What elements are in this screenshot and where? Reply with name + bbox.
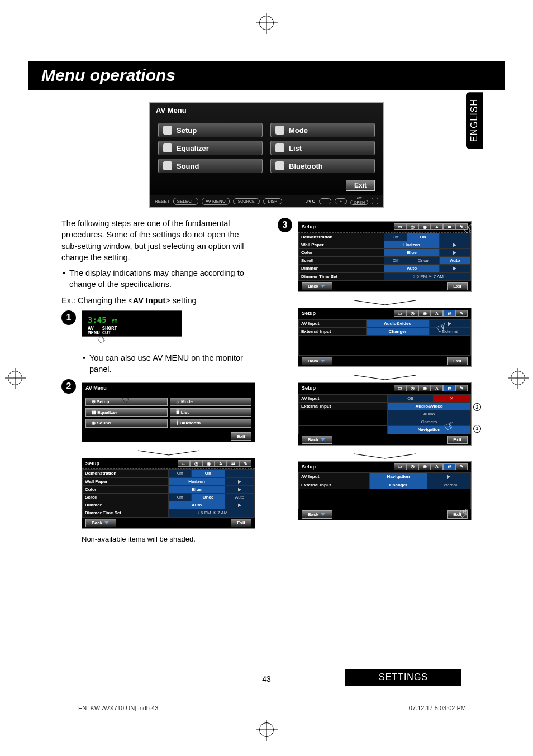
equalizer-icon [163, 143, 172, 152]
menu-item-mode[interactable]: ☼ Mode [170, 398, 252, 406]
row-dimmer-time[interactable]: Dimmer Time Set [83, 509, 169, 517]
plus-button[interactable]: + [335, 198, 347, 204]
exit-button[interactable]: Exit [447, 436, 468, 444]
row-scroll[interactable]: Scroll [299, 257, 384, 265]
tab-clock-icon[interactable]: ◷ [406, 223, 418, 230]
row-color[interactable]: Color [299, 248, 384, 256]
registration-mark [259, 16, 274, 30]
menu-item-bluetooth[interactable]: ᚼ Bluetooth [170, 419, 252, 427]
tab-disc-icon[interactable]: ◉ [418, 223, 431, 230]
tab-display-icon[interactable]: ▭ [394, 223, 406, 230]
row-color[interactable]: Color [83, 485, 169, 493]
av-menu-title: AV Menu [85, 385, 107, 392]
flow-arrow-icon [351, 298, 418, 304]
row-external-input[interactable]: External Input [299, 481, 370, 489]
row-demonstration[interactable]: Demonstration [83, 470, 169, 477]
tab-clock-icon[interactable]: ◷ [190, 460, 202, 467]
chevron-right-icon[interactable]: ▶ [439, 241, 470, 248]
source-button[interactable]: SOURCE [233, 198, 260, 204]
device-panel: RESET SELECT AV MENU SOURCE DISP JVC – +… [150, 195, 383, 207]
chevron-right-icon[interactable]: ▶ [427, 473, 470, 481]
row-dimmer[interactable]: Dimmer [299, 265, 384, 272]
minus-button[interactable]: – [319, 198, 331, 204]
source-file: EN_KW-AVX710[UN].indb 43 [78, 705, 158, 711]
step-1-badge: 1 [61, 310, 76, 325]
row-scroll[interactable]: Scroll [83, 493, 169, 501]
step-3-badge: 3 [278, 218, 292, 232]
exit-button[interactable]: Exit [231, 432, 251, 441]
label: Mode [289, 126, 308, 135]
chevron-right-icon[interactable]: ▶ [225, 477, 255, 485]
intro-paragraph: The following steps are one of the funda… [61, 218, 255, 263]
page-title: Menu operations [28, 61, 505, 90]
chevron-right-icon[interactable]: ▶ [439, 248, 470, 256]
menu-item-setup[interactable]: Setup [158, 123, 263, 137]
category-tabs[interactable]: ▭◷◉A⇄✎ [394, 463, 468, 470]
label: Setup [177, 126, 197, 135]
page-number: 43 [262, 674, 271, 683]
eject-icon[interactable] [372, 198, 378, 204]
category-tabs[interactable]: ▭ ◷ ◉ A ⇄ ✎ [178, 460, 251, 467]
open-button[interactable]: OPEN [350, 200, 368, 205]
back-button[interactable]: Back [85, 519, 116, 527]
menu-item-equalizer[interactable]: ▮▮ Equalizer [85, 408, 168, 417]
clock-ampm: PM [111, 318, 117, 324]
menu-item-sound[interactable]: ◉ Sound [85, 419, 168, 427]
close-icon[interactable]: ✕ [433, 394, 470, 402]
tab-input-icon[interactable]: ⇄ [227, 460, 239, 467]
disp-button[interactable]: DISP [263, 198, 282, 204]
category-tabs[interactable]: ▭◷◉A⇄✎ [394, 385, 468, 391]
example-line: Ex.: Changing the <AV Input> setting [61, 295, 255, 306]
row-av-input[interactable]: AV Input [299, 394, 388, 402]
row-dimmer-time[interactable]: Dimmer Time Set [299, 272, 384, 280]
exit-button[interactable]: Exit [447, 282, 468, 290]
registration-mark [511, 371, 525, 385]
brightness-icon [275, 126, 284, 135]
menu-item-list[interactable]: ≣ List [170, 408, 252, 417]
row-wallpaper[interactable]: Wall Paper [83, 477, 169, 485]
tab-display-icon[interactable]: ▭ [178, 460, 190, 467]
menu-item-sound[interactable]: Sound [158, 159, 263, 173]
row-demonstration[interactable]: Demonstration [299, 233, 384, 241]
back-button[interactable]: Back [302, 357, 332, 365]
tab-input-icon[interactable]: ⇄ [443, 223, 455, 230]
back-button[interactable]: Back [302, 282, 332, 290]
menu-item-bluetooth[interactable]: Bluetooth [270, 159, 375, 173]
step-2-badge: 2 [61, 379, 76, 394]
tab-disc-icon[interactable]: ◉ [202, 460, 215, 467]
flow-arrow-icon [351, 372, 418, 379]
chevron-right-icon[interactable]: ▶ [225, 485, 255, 493]
av-menu-screenshot: AV Menu Setup Mode Equalizer List Sound … [149, 102, 384, 208]
row-wallpaper[interactable]: Wall Paper [299, 241, 384, 248]
row-external-input[interactable]: External Input [299, 327, 367, 335]
setup-screen-d: Setup ▭◷◉A⇄✎ AV InputOff✕ External Input… [298, 382, 472, 446]
build-timestamp: 07.12.17 5:03:02 PM [409, 705, 466, 711]
chevron-right-icon[interactable]: ▶ [439, 265, 470, 272]
exit-button[interactable]: Exit [231, 519, 251, 527]
flow-arrow-icon [135, 448, 202, 454]
row-dimmer[interactable]: Dimmer [83, 501, 169, 509]
brand-label: JVC [306, 199, 316, 204]
exit-button[interactable]: Exit [346, 180, 375, 191]
back-button[interactable]: Back [302, 510, 332, 519]
row-av-input[interactable]: AV Input [299, 473, 370, 481]
tab-tuner-icon[interactable]: A [215, 460, 227, 467]
language-tab: ENGLISH [466, 92, 483, 149]
menu-item-list[interactable]: List [270, 141, 375, 155]
category-tabs[interactable]: ▭◷◉A⇄✎ [394, 310, 468, 317]
tab-settings-icon[interactable]: ✎ [239, 460, 251, 467]
label: List [289, 144, 302, 152]
exit-button[interactable]: Exit [447, 357, 468, 365]
category-tabs[interactable]: ▭ ◷ ◉ A ⇄ ✎ [394, 223, 468, 230]
dropdown-option[interactable]: Camera [388, 418, 471, 426]
menu-item-equalizer[interactable]: Equalizer [158, 141, 263, 155]
menu-item-mode[interactable]: Mode [270, 123, 375, 137]
bluetooth-icon [275, 161, 284, 170]
dropdown-option[interactable]: Audio [388, 410, 471, 418]
tab-tuner-icon[interactable]: A [431, 223, 443, 230]
row-av-input[interactable]: AV Input [299, 319, 367, 327]
reset-label: RESET [155, 199, 170, 204]
row-external-input[interactable]: External Input [299, 402, 388, 410]
back-button[interactable]: Back [302, 436, 332, 444]
chevron-right-icon[interactable]: ▶ [225, 501, 255, 509]
